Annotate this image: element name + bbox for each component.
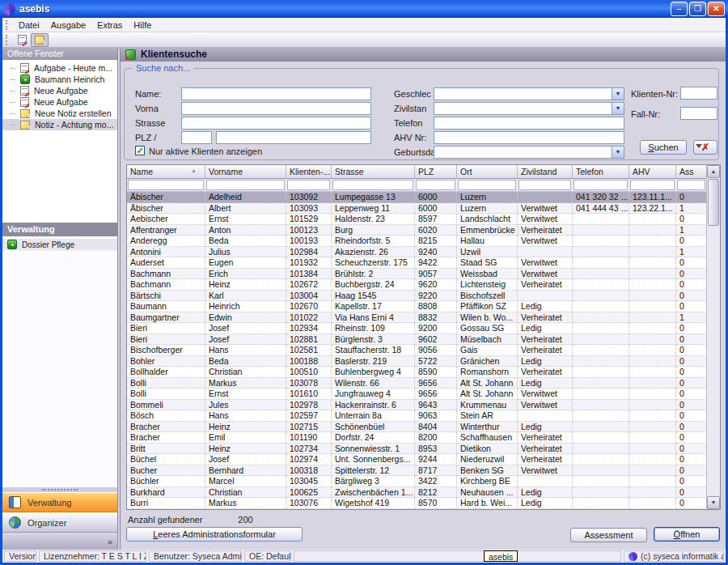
table-cell: Niederuzwil xyxy=(457,454,518,465)
table-row[interactable]: BachmannErich101384Brühlstr. 29057Weissb… xyxy=(127,269,706,280)
filter-cell[interactable] xyxy=(629,179,676,191)
column-header-klienten[interactable]: Klienten-... xyxy=(286,165,332,178)
table-row[interactable]: BohlerBeda100188Baslerstr. 2195722Gränic… xyxy=(127,356,706,367)
menu-ausgabe[interactable]: Ausgabe xyxy=(45,19,91,32)
geburtsdatum-select[interactable]: ▼ xyxy=(434,146,624,159)
scrollbar-thumb[interactable] xyxy=(708,179,719,226)
chevron-down-icon[interactable]: ▼ xyxy=(612,103,624,114)
suchen-button[interactable]: Suchen xyxy=(640,140,687,155)
vorname-input[interactable] xyxy=(181,102,371,115)
open-window-item[interactable]: Baumann Heinrich xyxy=(2,74,117,85)
scroll-up-icon[interactable]: ▲ xyxy=(707,165,720,178)
table-row[interactable]: BachmannHeinz102672Buchbergstr. 249620Li… xyxy=(127,279,706,291)
open-window-item[interactable]: Notiz - Achtung mo... xyxy=(2,119,117,130)
plz-input[interactable] xyxy=(181,131,212,144)
filter-cell[interactable] xyxy=(127,179,205,191)
table-row[interactable]: BucherBernhard100318Spittelerstr. 128717… xyxy=(127,465,706,477)
filter-cell[interactable] xyxy=(415,179,457,191)
table-row[interactable]: BischofbergerHans102581Stauffacherstr. 1… xyxy=(127,345,706,356)
table-row[interactable]: AffentrangerAnton100123Burg6020Emmenbrüc… xyxy=(127,225,706,236)
sidebar-item-dossier-pflege[interactable]: Dossier Pflege xyxy=(2,239,117,251)
sidebar-splitter[interactable] xyxy=(2,486,117,492)
new-task-button[interactable] xyxy=(13,33,31,47)
minimize-button[interactable]: – xyxy=(671,2,688,16)
table-row[interactable]: AntoniniJulius102984Akazienstr. 269240Uz… xyxy=(127,247,706,258)
nav-overflow-button[interactable]: » xyxy=(2,533,117,550)
column-header-name[interactable]: Name▲ xyxy=(127,165,205,178)
table-row[interactable]: BieriJosef102881Bürglenstr. 39602Müselba… xyxy=(127,334,706,346)
table-row[interactable]: ÄbischerAlbert103093Leppenweg 116000Luze… xyxy=(127,203,706,215)
menu-hilfe[interactable]: Hilfe xyxy=(128,19,157,32)
column-header-vorname[interactable]: Vorname xyxy=(205,165,286,178)
chevron-down-icon[interactable]: ▼ xyxy=(612,88,624,100)
table-row[interactable]: ÄbischerAdelheid103092Lumpegasse 136000L… xyxy=(127,192,706,203)
vertical-scrollbar[interactable]: ▲ ▼ xyxy=(706,165,720,509)
table-row[interactable]: BärtschiKarl103004Haag 15459220Bischofsz… xyxy=(127,291,706,302)
open-window-item[interactable]: Neue Aufgabe xyxy=(2,96,117,108)
filter-cell[interactable] xyxy=(457,179,518,191)
fallnr-input[interactable] xyxy=(680,107,717,120)
oeffnen-button[interactable]: Öffnen xyxy=(654,527,720,542)
table-row[interactable]: BöschHans102597Unterrain 8a9063Stein AR0 xyxy=(127,410,706,422)
strasse-input[interactable] xyxy=(181,117,371,130)
column-header-ort[interactable]: Ort xyxy=(457,165,518,178)
assessment-button[interactable]: Assessment xyxy=(570,528,647,542)
klientennr-input[interactable] xyxy=(680,87,717,100)
filter-cell[interactable] xyxy=(205,179,286,191)
filter-cell[interactable] xyxy=(573,179,629,191)
zivilstand-select[interactable]: ▼ xyxy=(434,102,624,115)
table-row[interactable]: AudersetEugen101932Scheuchzerstr. 175942… xyxy=(127,257,706,269)
table-row[interactable]: BolliErnst101610Jungfrauweg 49656Alt St.… xyxy=(127,389,706,400)
table-row[interactable]: BrittHeinz102734Sonnenwiesstr. 18953Diet… xyxy=(127,444,706,455)
scrollbar-track[interactable] xyxy=(707,227,720,496)
titlebar[interactable]: asebis – ❐ ✕ xyxy=(0,0,728,18)
chevron-down-icon[interactable]: ▼ xyxy=(612,147,624,158)
filter-cell[interactable] xyxy=(286,179,332,191)
active-clients-checkbox[interactable]: ✓ xyxy=(135,146,145,155)
menu-extras[interactable]: Extras xyxy=(91,19,128,32)
open-window-item[interactable]: Neue Aufgabe xyxy=(2,85,117,96)
table-row[interactable]: BolliMarkus103078Wilenstr. 669656Alt St.… xyxy=(127,378,706,389)
clear-search-button[interactable]: ✗ xyxy=(693,140,717,155)
telefon-input[interactable] xyxy=(434,117,624,130)
table-row[interactable]: BüchelJosef102974Unt. Sonnenbergs...9244… xyxy=(127,454,706,465)
nav-organizer-button[interactable]: Organizer xyxy=(2,512,117,533)
name-input[interactable] xyxy=(181,87,371,100)
table-row[interactable]: BracherHeinz102715Schönenbüel8404Wintert… xyxy=(127,422,706,433)
table-row[interactable]: BracherEmil101190Dorfstr. 248200Schaffha… xyxy=(127,432,706,444)
filter-cell[interactable] xyxy=(518,179,573,191)
filter-cell[interactable] xyxy=(676,179,706,191)
table-row[interactable]: BollhalderChristian100510Buhlenbergweg 4… xyxy=(127,367,706,378)
leeres-administrationsformular-button[interactable]: Leeres Administrationsformular xyxy=(126,527,303,542)
table-cell: Wilenstr. 66 xyxy=(332,378,415,389)
table-row[interactable]: BommeliJules102978Hackenrainstr. 69643Kr… xyxy=(127,400,706,411)
table-row[interactable]: AebischerErnst101529Haldenstr. 238597Lan… xyxy=(127,214,706,225)
column-header-strasse[interactable]: Strasse xyxy=(332,165,415,178)
filter-cell[interactable] xyxy=(332,179,415,191)
table-row[interactable]: BaumgartnerEdwin101022Via Hans Erni 4883… xyxy=(127,312,706,324)
table-row[interactable]: BurriMarkus103076Wigetshof 4198570Hard b… xyxy=(127,498,706,509)
geschlecht-select[interactable]: ▼ xyxy=(434,87,624,100)
table-row[interactable]: BüchlerMarcel103045Bärgliweg 33422Kirchb… xyxy=(127,476,706,487)
column-header-plz[interactable]: PLZ xyxy=(415,165,457,178)
ort-input[interactable] xyxy=(216,131,371,144)
table-row[interactable]: BaumannHeinrich102670Kapellstr. 178808Pf… xyxy=(127,301,706,312)
ahv-input[interactable] xyxy=(434,131,624,144)
table-row[interactable]: AndereggBeda100193Rheindorfstr. 58215Hal… xyxy=(127,236,706,247)
column-header-ahv[interactable]: AHV xyxy=(629,165,676,178)
new-note-button[interactable] xyxy=(31,33,49,47)
column-header-ass[interactable]: Ass xyxy=(676,165,706,178)
table-cell: 6000 xyxy=(415,192,457,203)
restore-button[interactable]: ❐ xyxy=(689,2,706,16)
open-window-item[interactable]: Aufgabe - Heute m... xyxy=(2,62,117,74)
scroll-down-icon[interactable]: ▼ xyxy=(707,496,720,509)
open-window-item[interactable]: Neue Notiz erstellen xyxy=(2,108,117,119)
table-row[interactable]: BurkhardChristian100625Zwischenbächen 1.… xyxy=(127,487,706,499)
nav-verwaltung-button[interactable]: Verwaltung xyxy=(2,492,117,512)
menu-datei[interactable]: Datei xyxy=(13,19,45,32)
table-row[interactable]: BieriJosef102934Rheinstr. 1099200Gossau … xyxy=(127,323,706,334)
column-header-zivilstand[interactable]: Zivilstand xyxy=(518,165,573,178)
close-button[interactable]: ✕ xyxy=(708,2,725,16)
column-header-telefon[interactable]: Telefon xyxy=(573,165,629,178)
house-icon xyxy=(7,240,17,249)
